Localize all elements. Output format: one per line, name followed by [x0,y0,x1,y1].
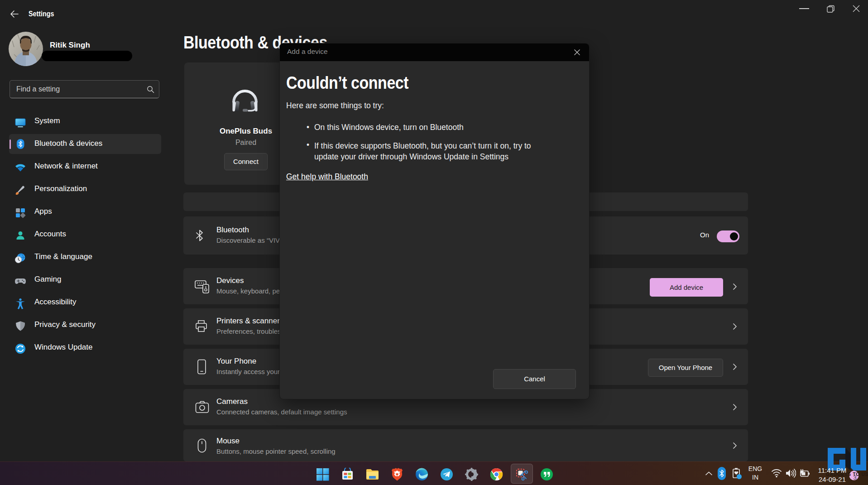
svg-text:3: 3 [853,474,856,481]
